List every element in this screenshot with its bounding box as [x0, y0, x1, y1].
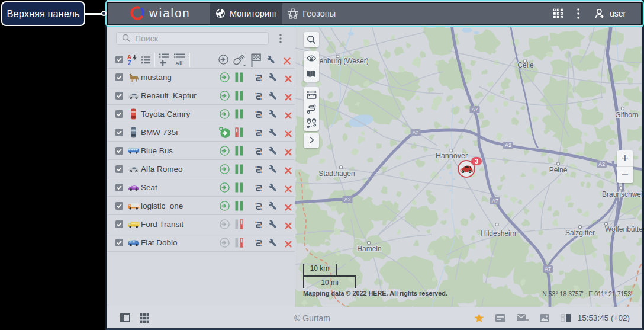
svg-text:All: All [175, 60, 183, 66]
svg-text:A2: A2 [598, 161, 605, 167]
svg-text:10 mi: 10 mi [321, 278, 338, 287]
svg-text:Hildesheim: Hildesheim [481, 229, 516, 238]
svg-text:10 km: 10 km [310, 264, 330, 272]
svg-text:Salzgitter: Salzgitter [565, 229, 595, 237]
svg-text:enburg (Weser): enburg (Weser) [320, 57, 369, 65]
svg-text:Stadthagen: Stadthagen [318, 169, 355, 178]
svg-text:Peine: Peine [549, 166, 568, 174]
svg-text:Gifhorn: Gifhorn [615, 111, 638, 119]
svg-text:A2: A2 [412, 130, 418, 136]
svg-text:Z: Z [128, 59, 131, 65]
svg-text:A2: A2 [344, 197, 350, 203]
svg-text:Braunschweig: Braunschweig [602, 190, 642, 198]
svg-text:Celle: Celle [517, 61, 534, 69]
svg-text:A7: A7 [492, 198, 498, 204]
svg-text:Hannover: Hannover [436, 152, 468, 160]
svg-text:Wolfenbüttel: Wolfenbüttel [605, 225, 642, 233]
svg-text:Hameln: Hameln [357, 245, 381, 253]
svg-text:A2: A2 [505, 142, 511, 148]
svg-text:A7: A7 [471, 107, 478, 113]
svg-text:A7: A7 [545, 266, 551, 272]
